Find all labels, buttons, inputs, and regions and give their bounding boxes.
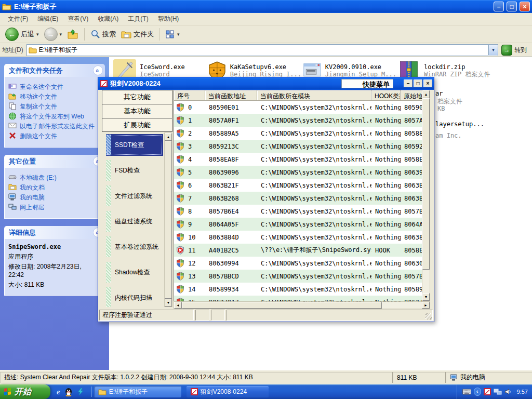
menu-item[interactable]: 工具(T) [123, 13, 153, 25]
column-header[interactable]: 当前函数地址 [205, 90, 257, 101]
nav-item[interactable]: 基本卷过滤系统 [106, 236, 163, 258]
scroll-down-icon[interactable]: ▼ [165, 299, 172, 307]
address-input[interactable]: E:\锤子和扳子 ▾ [26, 44, 498, 56]
taskbar-task-snipesword[interactable]: 狙剑V2008-0224 [187, 386, 269, 397]
folders-button[interactable]: 文件夹 [119, 30, 155, 39]
function-tab[interactable]: 扩展功能 [102, 118, 172, 132]
email-icon [8, 122, 17, 129]
table-hscroll-thumb[interactable] [182, 302, 382, 309]
nav-item[interactable]: 文件过滤系统 [106, 185, 163, 207]
ssdt-table-body: 0 80590E01 C:\WINDOWS\system32\ntoskrnl.… [174, 101, 422, 301]
network-tray-icon[interactable] [494, 388, 502, 395]
volume-tray-icon[interactable] [504, 388, 512, 395]
scroll-up-icon[interactable]: ▲ [165, 133, 172, 141]
maximize-button[interactable]: □ [414, 79, 422, 87]
menu-item[interactable]: 文件(F) [3, 13, 33, 25]
menu-item[interactable]: 帮助(H) [153, 13, 184, 25]
address-dropdown-button[interactable]: ▾ [488, 45, 498, 55]
table-row[interactable]: 3 8059213C C:\WINDOWS\system32\ntoskrnl.… [174, 140, 422, 153]
table-row[interactable]: 9 8064A05F C:\WINDOWS\system32\ntoskrnl.… [174, 218, 422, 231]
table-row[interactable]: 8 8057B6E4 C:\WINDOWS\system32\ntoskrnl.… [174, 205, 422, 218]
search-button[interactable]: 搜索 [89, 29, 117, 39]
task-copy[interactable]: 复制这个文件 [8, 103, 102, 110]
table-row[interactable]: 10 8063884D C:\WINDOWS\system32\ntoskrnl… [174, 231, 422, 244]
forward-button[interactable]: → ▾ [43, 28, 64, 41]
nav-scrollbar[interactable]: ▲ ▼ [164, 132, 172, 307]
explorer-title: E:\锤子和扳子 [14, 2, 57, 11]
table-row[interactable]: 14 80589934 C:\WINDOWS\system32\ntoskrnl… [174, 283, 422, 296]
nav-scroll-thumb[interactable] [165, 141, 172, 299]
nav-item[interactable]: Shadow检查 [106, 261, 163, 283]
quick-launch-icon[interactable] [77, 388, 84, 396]
table-row[interactable]: 12 80630994 C:\WINDOWS\system32\ntoskrnl… [174, 257, 422, 270]
place-network[interactable]: 网上邻居 [8, 204, 102, 211]
minimize-button[interactable]: – [404, 79, 413, 87]
quick-menu-button[interactable]: 快捷菜单 [341, 79, 393, 88]
column-header[interactable]: HOOK类型 [371, 90, 401, 101]
scroll-right-icon[interactable]: ► [422, 302, 430, 309]
table-row[interactable]: 6 8063B21F C:\WINDOWS\system32\ntoskrnl.… [174, 179, 422, 192]
place-my-computer[interactable]: 我的电脑 [8, 194, 102, 201]
scroll-up-icon[interactable]: ▲ [422, 90, 430, 98]
views-dropdown-icon[interactable]: ▾ [177, 32, 180, 37]
keyboard-tray-icon[interactable] [462, 389, 471, 395]
internet-explorer-icon[interactable]: e [57, 388, 60, 396]
taskbar-task-explorer[interactable]: E:\锤子和扳子 [94, 386, 181, 397]
back-dropdown-icon[interactable]: ▾ [36, 32, 39, 37]
table-row[interactable]: 15 80627017 C:\WINDOWS\system32\ntoskrnl… [174, 296, 422, 301]
views-button[interactable]: ▾ [164, 30, 181, 38]
forward-dropdown-icon[interactable]: ▾ [60, 32, 62, 37]
current-function-module: C:\WINDOWS\system32\ntoskrnl.exe [257, 101, 371, 114]
place-local-disk[interactable]: 本地磁盘 (E:) [8, 174, 102, 181]
shield-ok-icon [176, 285, 184, 294]
table-row[interactable]: 4 8058EA8F C:\WINDOWS\system32\ntoskrnl.… [174, 153, 422, 166]
task-move[interactable]: 移动这个文件 [8, 93, 102, 100]
column-header[interactable]: 原始地址 [401, 90, 422, 101]
back-button[interactable]: ← 后退 ▾ [4, 28, 41, 41]
table-row[interactable]: 2 805889A5 C:\WINDOWS\system32\ntoskrnl.… [174, 127, 422, 140]
table-row[interactable]: 11 A401B2C5 \??\e:\锤子和扳子\SnipeSword.sys … [174, 244, 422, 257]
table-hscrollbar[interactable]: ◄ ► [174, 301, 430, 309]
task-rename[interactable]: 重命名这个文件 [8, 83, 102, 90]
table-row[interactable]: 7 8063B268 C:\WINDOWS\system32\ntoskrnl.… [174, 192, 422, 205]
table-row[interactable]: 5 80639096 C:\WINDOWS\system32\ntoskrnl.… [174, 166, 422, 179]
column-header[interactable]: 当前函数所在模块 [257, 90, 371, 101]
column-header[interactable]: 序号 [174, 90, 205, 101]
function-tab[interactable]: 其它功能 [102, 90, 172, 104]
nav-item[interactable]: FSD检查 [106, 159, 163, 181]
current-function-module: C:\WINDOWS\system32\ntoskrnl.exe [257, 257, 371, 270]
menu-item[interactable]: 查看(V) [63, 13, 93, 25]
snipesword-tray-icon[interactable] [484, 388, 491, 395]
task-publish-web[interactable]: 将这个文件发布到 Web [8, 113, 102, 120]
place-my-documents[interactable]: 我的文档 [8, 184, 102, 191]
collapse-button[interactable]: « [93, 65, 103, 75]
table-vscroll-thumb[interactable] [422, 98, 430, 270]
resize-grip[interactable] [425, 313, 432, 320]
table-row[interactable]: 0 80590E01 C:\WINDOWS\system32\ntoskrnl.… [174, 101, 422, 114]
start-button[interactable]: 开始 [0, 384, 50, 399]
explorer-titlebar[interactable]: E:\锤子和扳子 – □ × [0, 0, 532, 13]
close-button[interactable]: × [423, 79, 432, 87]
hook-type: Nothing [371, 192, 401, 205]
restore-button[interactable]: □ [507, 2, 517, 11]
function-tab[interactable]: 基本功能 [102, 104, 172, 118]
scroll-left-icon[interactable]: ◄ [174, 302, 182, 309]
table-row[interactable]: 13 8057BBCD C:\WINDOWS\system32\ntoskrnl… [174, 270, 422, 283]
task-delete[interactable]: 删除这个文件 [8, 132, 102, 140]
tray-chevron-icon[interactable]: ‹ [474, 388, 481, 396]
up-button[interactable] [65, 29, 80, 39]
nav-item[interactable]: 内核代码扫描 [106, 287, 163, 307]
minimize-button[interactable]: – [494, 2, 504, 11]
other-places-panel: 其它位置 « 本地磁盘 (E:) 我的文档 我的电脑 [4, 155, 105, 219]
menu-item[interactable]: 编辑(E) [33, 13, 63, 25]
qq-icon[interactable] [64, 388, 73, 396]
menu-item[interactable]: 收藏(A) [93, 13, 123, 25]
nav-item[interactable]: SSDT检查 [106, 134, 163, 156]
go-button[interactable]: → 转到 [501, 45, 530, 56]
table-vscrollbar[interactable]: ▲ ▼ [422, 90, 430, 301]
nav-item[interactable]: 磁盘过滤系统 [106, 210, 163, 232]
scroll-down-icon[interactable]: ▼ [422, 293, 430, 301]
close-button[interactable]: × [520, 2, 530, 11]
table-row[interactable]: 1 8057A0F1 C:\WINDOWS\system32\ntoskrnl.… [174, 114, 422, 127]
task-email[interactable]: 以电子邮件形式发送此文件 [8, 123, 102, 130]
